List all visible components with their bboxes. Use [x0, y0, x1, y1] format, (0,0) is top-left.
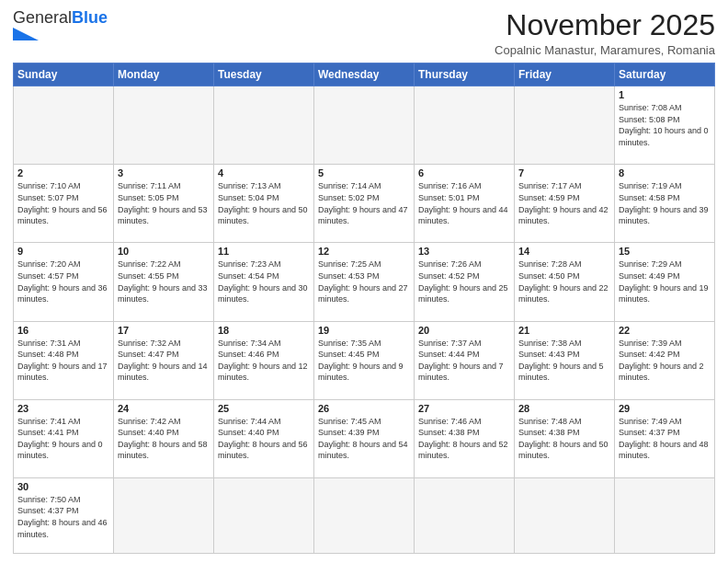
day-number: 25 [218, 403, 310, 414]
day-info: Sunrise: 7:50 AM Sunset: 4:37 PM Dayligh… [17, 494, 109, 540]
day-cell [314, 86, 415, 165]
title-section: November 2025 Copalnic Manastur, Maramur… [495, 9, 715, 57]
day-cell: 20Sunrise: 7:37 AM Sunset: 4:44 PM Dayli… [415, 321, 515, 399]
day-cell: 29Sunrise: 7:49 AM Sunset: 4:37 PM Dayli… [615, 399, 715, 477]
day-info: Sunrise: 7:44 AM Sunset: 4:40 PM Dayligh… [218, 416, 310, 462]
day-cell [14, 86, 114, 165]
weekday-thursday: Thursday [415, 63, 515, 86]
day-cell [515, 86, 615, 165]
day-info: Sunrise: 7:28 AM Sunset: 4:50 PM Dayligh… [518, 259, 610, 304]
day-number: 23 [17, 403, 109, 414]
day-cell: 10Sunrise: 7:22 AM Sunset: 4:55 PM Dayli… [114, 243, 214, 321]
day-number: 7 [518, 167, 610, 178]
day-cell [314, 477, 415, 553]
day-cell: 24Sunrise: 7:42 AM Sunset: 4:40 PM Dayli… [114, 399, 214, 477]
logo-text: GeneralBlue [13, 9, 108, 26]
day-info: Sunrise: 7:13 AM Sunset: 5:04 PM Dayligh… [218, 180, 310, 226]
weekday-wednesday: Wednesday [314, 63, 415, 86]
day-cell [615, 477, 715, 553]
weekday-saturday: Saturday [615, 63, 715, 86]
day-info: Sunrise: 7:39 AM Sunset: 4:42 PM Dayligh… [619, 338, 711, 384]
day-cell: 28Sunrise: 7:48 AM Sunset: 4:38 PM Dayli… [515, 399, 615, 477]
day-cell: 15Sunrise: 7:29 AM Sunset: 4:49 PM Dayli… [615, 243, 715, 321]
day-cell: 21Sunrise: 7:38 AM Sunset: 4:43 PM Dayli… [515, 321, 615, 399]
week-row-3: 9Sunrise: 7:20 AM Sunset: 4:57 PM Daylig… [14, 243, 715, 321]
day-cell: 26Sunrise: 7:45 AM Sunset: 4:39 PM Dayli… [314, 399, 415, 477]
weekday-friday: Friday [515, 63, 615, 86]
weekday-tuesday: Tuesday [214, 63, 314, 86]
day-cell: 4Sunrise: 7:13 AM Sunset: 5:04 PM Daylig… [214, 165, 314, 243]
day-cell: 22Sunrise: 7:39 AM Sunset: 4:42 PM Dayli… [615, 321, 715, 399]
day-number: 1 [619, 89, 711, 100]
day-info: Sunrise: 7:26 AM Sunset: 4:52 PM Dayligh… [418, 259, 510, 304]
logo-icon [13, 28, 39, 40]
day-number: 21 [518, 325, 610, 336]
day-info: Sunrise: 7:48 AM Sunset: 4:38 PM Dayligh… [518, 416, 610, 462]
day-cell [415, 477, 515, 553]
day-number: 8 [619, 167, 711, 178]
day-number: 27 [418, 403, 510, 414]
day-info: Sunrise: 7:41 AM Sunset: 4:41 PM Dayligh… [17, 416, 109, 462]
week-row-5: 23Sunrise: 7:41 AM Sunset: 4:41 PM Dayli… [14, 399, 715, 477]
day-info: Sunrise: 7:11 AM Sunset: 5:05 PM Dayligh… [118, 180, 210, 226]
day-cell: 19Sunrise: 7:35 AM Sunset: 4:45 PM Dayli… [314, 321, 415, 399]
day-number: 18 [218, 325, 310, 336]
week-row-2: 2Sunrise: 7:10 AM Sunset: 5:07 PM Daylig… [14, 165, 715, 243]
day-info: Sunrise: 7:23 AM Sunset: 4:54 PM Dayligh… [218, 259, 310, 304]
week-row-6: 30Sunrise: 7:50 AM Sunset: 4:37 PM Dayli… [14, 477, 715, 553]
calendar: SundayMondayTuesdayWednesdayThursdayFrid… [13, 63, 715, 554]
day-info: Sunrise: 7:34 AM Sunset: 4:46 PM Dayligh… [218, 338, 310, 384]
day-info: Sunrise: 7:31 AM Sunset: 4:48 PM Dayligh… [17, 338, 109, 384]
day-cell: 12Sunrise: 7:25 AM Sunset: 4:53 PM Dayli… [314, 243, 415, 321]
day-info: Sunrise: 7:22 AM Sunset: 4:55 PM Dayligh… [118, 259, 210, 304]
day-info: Sunrise: 7:25 AM Sunset: 4:53 PM Dayligh… [318, 259, 410, 304]
day-cell: 3Sunrise: 7:11 AM Sunset: 5:05 PM Daylig… [114, 165, 214, 243]
day-info: Sunrise: 7:32 AM Sunset: 4:47 PM Dayligh… [118, 338, 210, 384]
weekday-sunday: Sunday [14, 63, 114, 86]
day-number: 4 [218, 167, 310, 178]
day-number: 26 [318, 403, 410, 414]
day-cell: 17Sunrise: 7:32 AM Sunset: 4:47 PM Dayli… [114, 321, 214, 399]
logo: GeneralBlue [13, 9, 108, 40]
day-cell: 6Sunrise: 7:16 AM Sunset: 5:01 PM Daylig… [415, 165, 515, 243]
day-cell: 27Sunrise: 7:46 AM Sunset: 4:38 PM Dayli… [415, 399, 515, 477]
day-cell [114, 86, 214, 165]
day-number: 6 [418, 167, 510, 178]
day-info: Sunrise: 7:19 AM Sunset: 4:58 PM Dayligh… [619, 180, 711, 226]
day-cell: 18Sunrise: 7:34 AM Sunset: 4:46 PM Dayli… [214, 321, 314, 399]
day-number: 19 [318, 325, 410, 336]
day-number: 12 [318, 246, 410, 257]
day-cell: 13Sunrise: 7:26 AM Sunset: 4:52 PM Dayli… [415, 243, 515, 321]
logo-blue: Blue [72, 8, 108, 27]
day-info: Sunrise: 7:38 AM Sunset: 4:43 PM Dayligh… [518, 338, 610, 384]
weekday-monday: Monday [114, 63, 214, 86]
day-number: 14 [518, 246, 610, 257]
day-cell [214, 86, 314, 165]
header: GeneralBlue November 2025 Copalnic Manas… [13, 9, 715, 57]
day-info: Sunrise: 7:42 AM Sunset: 4:40 PM Dayligh… [118, 416, 210, 462]
day-info: Sunrise: 7:10 AM Sunset: 5:07 PM Dayligh… [17, 180, 109, 226]
day-info: Sunrise: 7:16 AM Sunset: 5:01 PM Dayligh… [418, 180, 510, 226]
day-info: Sunrise: 7:37 AM Sunset: 4:44 PM Dayligh… [418, 338, 510, 384]
day-cell: 1Sunrise: 7:08 AM Sunset: 5:08 PM Daylig… [615, 86, 715, 165]
day-info: Sunrise: 7:17 AM Sunset: 4:59 PM Dayligh… [518, 180, 610, 226]
day-number: 30 [17, 481, 109, 492]
weekday-header-row: SundayMondayTuesdayWednesdayThursdayFrid… [14, 63, 715, 86]
day-cell: 9Sunrise: 7:20 AM Sunset: 4:57 PM Daylig… [14, 243, 114, 321]
day-cell: 7Sunrise: 7:17 AM Sunset: 4:59 PM Daylig… [515, 165, 615, 243]
day-info: Sunrise: 7:49 AM Sunset: 4:37 PM Dayligh… [619, 416, 711, 462]
day-number: 22 [619, 325, 711, 336]
week-row-1: 1Sunrise: 7:08 AM Sunset: 5:08 PM Daylig… [14, 86, 715, 165]
day-cell [214, 477, 314, 553]
day-cell: 23Sunrise: 7:41 AM Sunset: 4:41 PM Dayli… [14, 399, 114, 477]
day-number: 29 [619, 403, 711, 414]
day-cell: 14Sunrise: 7:28 AM Sunset: 4:50 PM Dayli… [515, 243, 615, 321]
day-number: 13 [418, 246, 510, 257]
subtitle: Copalnic Manastur, Maramures, Romania [495, 43, 715, 57]
day-number: 28 [518, 403, 610, 414]
day-info: Sunrise: 7:14 AM Sunset: 5:02 PM Dayligh… [318, 180, 410, 226]
month-title: November 2025 [495, 9, 715, 41]
day-number: 20 [418, 325, 510, 336]
page: GeneralBlue November 2025 Copalnic Manas… [0, 0, 728, 563]
day-number: 10 [118, 246, 210, 257]
